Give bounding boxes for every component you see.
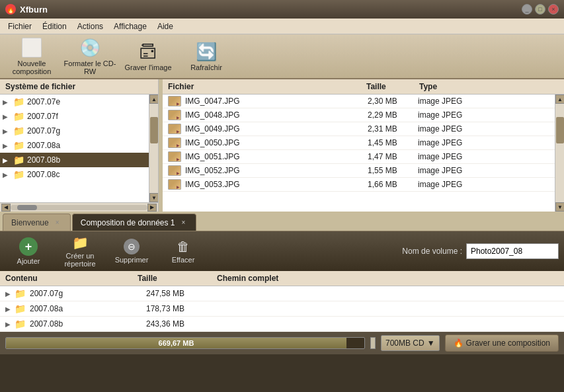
volume-area: Nom de volume :: [402, 243, 559, 259]
file-name: IMG_0052.JPG: [185, 166, 364, 175]
burn-composition-button[interactable]: 🔥 Graver une composition: [445, 334, 559, 352]
minimize-button[interactable]: _: [522, 4, 532, 15]
tab-bienvenue[interactable]: Bienvenue ×: [3, 214, 71, 231]
add-button[interactable]: + Ajouter: [5, 234, 52, 268]
left-panel-scroll-area: ▶ 📁 2007.07e ▶ 📁 2007.07f ▶ 📁 2007.07g ▶…: [0, 95, 158, 202]
file-row[interactable]: IMG_0049.JPG 2,31 MB image JPEG: [163, 122, 555, 136]
file-thumbnail: [168, 151, 181, 162]
file-type: image JPEG: [418, 138, 549, 147]
menu-fichier[interactable]: Fichier: [3, 20, 37, 32]
file-size: 1,66 MB: [368, 180, 414, 189]
tree-arrow: ▶: [3, 128, 11, 135]
file-row[interactable]: IMG_0050.JPG 1,45 MB image JPEG: [163, 136, 555, 150]
tree-arrow: ▶: [3, 171, 11, 178]
refresh-icon: 🔄: [196, 41, 217, 62]
right-vscroll: ▲ ▼: [555, 95, 564, 212]
file-list-header: Fichier Taille Type: [163, 79, 564, 95]
left-hscroll-right[interactable]: ▶: [147, 204, 157, 212]
tab-bienvenue-close[interactable]: ×: [53, 218, 62, 227]
comp-table-row[interactable]: ▶ 📁 2007.08b 243,36 MB: [0, 317, 564, 332]
right-scroll-down[interactable]: ▼: [555, 202, 564, 212]
new-folder-button[interactable]: 📁 Créer un répertoire: [57, 234, 103, 268]
right-scroll-thumb[interactable]: [556, 117, 564, 143]
format-cd-icon: 💿: [79, 37, 101, 58]
tree-item-2007-07g[interactable]: ▶ 📁 2007.07g: [0, 124, 149, 138]
tree-arrow: ▶: [3, 142, 11, 149]
file-name: IMG_0048.JPG: [185, 110, 364, 120]
new-composition-button[interactable]: Nouvelle composition: [5, 37, 58, 75]
format-cd-button[interactable]: 💿 Formater le CD-RW: [63, 37, 116, 75]
tree-item-2007-07f[interactable]: ▶ 📁 2007.07f: [0, 109, 149, 124]
tree-item-2007-08c[interactable]: ▶ 📁 2007.08c: [0, 167, 149, 182]
left-hscroll-thumb[interactable]: [17, 205, 37, 210]
file-row[interactable]: IMG_0051.JPG 1,47 MB image JPEG: [163, 150, 555, 164]
file-type: image JPEG: [418, 166, 549, 175]
left-hscroll-left[interactable]: ◀: [1, 204, 11, 212]
file-thumbnail: [168, 137, 181, 148]
clear-icon: 🗑: [177, 239, 190, 255]
clear-button[interactable]: 🗑 Effacer: [160, 234, 206, 268]
menu-edition[interactable]: Édition: [37, 20, 72, 32]
comp-table-row[interactable]: ▶ 📁 2007.08a 178,73 MB: [0, 301, 564, 317]
file-name: IMG_0053.JPG: [185, 180, 364, 189]
burn-image-button[interactable]: 🖆 Graver l'image: [122, 37, 175, 75]
ct-col-chemin: Chemin complet: [217, 274, 559, 283]
file-row[interactable]: IMG_0048.JPG 2,29 MB image JPEG: [163, 108, 555, 122]
file-row[interactable]: IMG_0047.JPG 2,30 MB image JPEG: [163, 95, 555, 108]
tree-label: 2007.08b: [27, 155, 60, 165]
progress-bar-fill: 669,67 MB: [6, 338, 346, 348]
remove-button[interactable]: ⊖ Supprimer: [108, 234, 155, 268]
folder-icon: 📁: [13, 126, 24, 136]
tree-arrow: ▶: [3, 157, 11, 164]
comp-folder-size: 247,58 MB: [146, 289, 219, 298]
tree-label: 2007.07e: [27, 97, 60, 106]
volume-label: Nom de volume :: [402, 247, 462, 256]
new-composition-label: Nouvelle composition: [5, 59, 58, 75]
file-name: IMG_0047.JPG: [185, 97, 364, 106]
menu-affichage[interactable]: Affichage: [108, 20, 152, 32]
file-size: 2,30 MB: [368, 97, 414, 106]
left-hscroll-track: [11, 205, 147, 210]
file-thumbnail: [168, 165, 181, 176]
comp-table-content: ▶ 📁 2007.07g 247,58 MB ▶ 📁 2007.08a 178,…: [0, 286, 564, 332]
menu-aide[interactable]: Aide: [152, 20, 179, 32]
tab-composition-close[interactable]: ×: [179, 218, 188, 227]
composition-toolbar: + Ajouter 📁 Créer un répertoire ⊖ Suppri…: [0, 231, 564, 271]
left-hscrollbar: ◀ ▶: [0, 202, 158, 212]
comp-table-row[interactable]: ▶ 📁 2007.07g 247,58 MB: [0, 286, 564, 301]
menu-actions[interactable]: Actions: [72, 20, 108, 32]
file-thumbnail: [168, 110, 181, 120]
file-thumbnail: [168, 124, 181, 134]
maximize-button[interactable]: □: [535, 4, 545, 15]
file-list-scroll-area: IMG_0047.JPG 2,30 MB image JPEG IMG_0048…: [163, 95, 564, 212]
close-button[interactable]: ×: [548, 4, 559, 15]
cd-size-select[interactable]: 700MB CD ▼: [381, 335, 440, 351]
tab-composition[interactable]: Composition de données 1 ×: [72, 214, 197, 231]
volume-name-input[interactable]: [466, 243, 559, 259]
file-row[interactable]: IMG_0053.JPG 1,66 MB image JPEG: [163, 178, 555, 192]
right-scroll-up[interactable]: ▲: [555, 95, 564, 104]
comp-folder-name: 2007.08a: [30, 304, 142, 313]
file-type: image JPEG: [418, 152, 549, 161]
left-scroll-down[interactable]: ▼: [149, 193, 158, 202]
file-system-tree: ▶ 📁 2007.07e ▶ 📁 2007.07f ▶ 📁 2007.07g ▶…: [0, 95, 149, 202]
burn-label: Graver une composition: [466, 338, 550, 348]
cd-size-arrow: ▼: [427, 338, 435, 348]
comp-arrow: ▶: [5, 305, 11, 313]
app-icon: 🔥: [5, 4, 16, 15]
progress-value: 669,67 MB: [159, 339, 194, 347]
folder-icon: 📁: [13, 155, 24, 165]
new-folder-label: Créer un répertoire: [57, 252, 103, 268]
tree-label: 2007.08c: [27, 170, 60, 179]
titlebar: 🔥 Xfburn _ □ ×: [0, 0, 564, 19]
refresh-button[interactable]: 🔄 Rafraîchir: [180, 37, 233, 75]
progress-handle[interactable]: [370, 337, 376, 349]
tree-item-2007-07e[interactable]: ▶ 📁 2007.07e: [0, 95, 149, 109]
tree-item-2007-08b[interactable]: ▶ 📁 2007.08b: [0, 153, 149, 167]
file-system-header: Système de fichier: [0, 79, 158, 95]
left-scroll-thumb[interactable]: [150, 117, 158, 143]
file-list-panel: Fichier Taille Type IMG_0047.JPG 2,30 MB…: [163, 79, 564, 212]
file-row[interactable]: IMG_0052.JPG 1,55 MB image JPEG: [163, 164, 555, 178]
left-scroll-up[interactable]: ▲: [149, 95, 158, 104]
tree-item-2007-08a[interactable]: ▶ 📁 2007.08a: [0, 138, 149, 153]
